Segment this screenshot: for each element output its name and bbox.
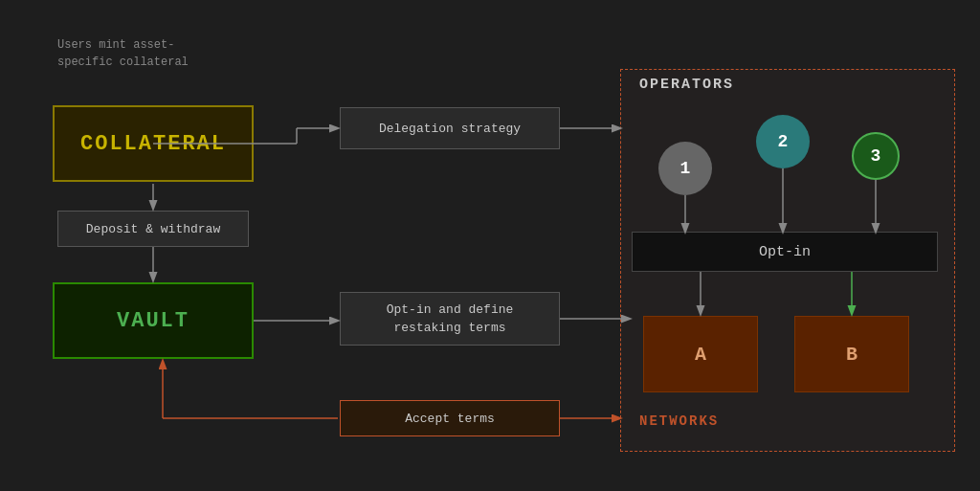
deposit-box: Deposit & withdraw [57,211,249,247]
vault-box: VAULT [53,282,254,359]
operators-label: OPERATORS [639,77,734,93]
annotation-text: Users mint asset- specific collateral [57,36,189,71]
operator-circle-1: 1 [658,142,712,195]
operator-circle-3: 3 [852,132,900,180]
collateral-label: COLLATERAL [80,132,226,156]
vault-label: VAULT [117,309,189,333]
deposit-label: Deposit & withdraw [86,222,220,236]
collateral-box: COLLATERAL [53,105,254,182]
accept-box: Accept terms [340,400,560,436]
network-a: A [643,316,758,392]
optin-bar: Opt-in [632,232,938,272]
network-a-label: A [695,344,706,366]
networks-label: NETWORKS [639,413,719,429]
delegation-box: Delegation strategy [340,107,560,149]
diagram-container: Users mint asset- specific collateral CO… [0,0,980,491]
optin-define-label: Opt-in and define restaking terms [387,301,514,338]
network-b: B [794,316,909,392]
optin-define-box: Opt-in and define restaking terms [340,292,560,346]
network-b-label: B [846,344,858,366]
accept-label: Accept terms [405,412,495,426]
delegation-label: Delegation strategy [379,122,521,136]
optin-bar-label: Opt-in [759,244,811,260]
operator-circle-2: 2 [756,115,810,168]
